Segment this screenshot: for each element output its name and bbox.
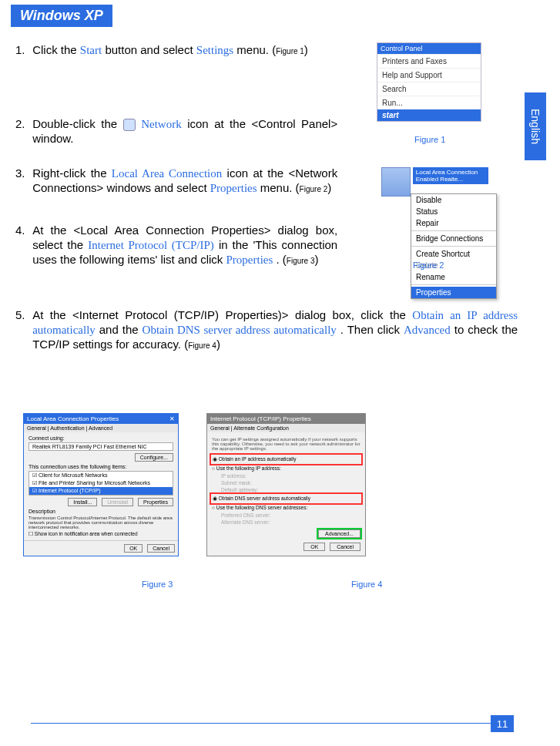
menu-item: Disable	[411, 194, 496, 206]
field: Subnet mask:	[221, 480, 360, 486]
install-button: Install...	[68, 498, 97, 506]
fig1-row: Search	[377, 82, 481, 96]
field: Preferred DNS server:	[221, 512, 360, 518]
step-number: 2.	[15, 117, 29, 132]
label: Description	[29, 509, 173, 514]
text: Right-click the	[32, 166, 112, 180]
fig3-tabs: General | Authentication | Advanced	[24, 424, 178, 432]
lan-icon	[381, 167, 411, 197]
step-2: 2. Double-click the Network icon at the …	[15, 117, 339, 146]
fig1-row: Help and Support	[377, 68, 481, 82]
context-menu: Disable Status Repair Bridge Connections…	[411, 193, 497, 299]
step-number: 4.	[15, 223, 29, 238]
adapter: Realtek RTL8139 Family PCI Fast Ethernet…	[29, 443, 173, 450]
menu-item: Bridge Connections	[411, 233, 496, 244]
menu-item: Status	[411, 206, 496, 217]
description: Transmission Control Protocol/Internet P…	[29, 516, 173, 529]
step-number: 1.	[15, 43, 29, 58]
step-body: At the <Internet Protocol (TCP/IP) Prope…	[32, 308, 518, 351]
language-tab: English	[525, 92, 546, 160]
step-body: At the <Local Area Connection Properties…	[32, 223, 337, 267]
fig3-title: Local Area Connection Properties ✕	[24, 414, 178, 424]
keyword-properties: Properties	[210, 182, 257, 194]
menu-item: Rename	[411, 271, 496, 283]
fig3-titletext: Local Area Connection Properties	[27, 415, 119, 422]
page-number: 11	[491, 715, 514, 732]
list-item: ☑ File and Printer Sharing for Microsoft…	[29, 479, 173, 487]
field: Alternate DNS server:	[221, 519, 360, 525]
text: menu. (	[236, 43, 276, 56]
text: Internet Protocol (TCP/IP)	[39, 488, 101, 493]
keyword-lac: Local Area Connection	[112, 167, 222, 180]
step-4: 4. At the <Local Area Connection Propert…	[15, 223, 339, 267]
text: Use the following DNS server addresses:	[216, 505, 308, 510]
properties-button: Properties	[138, 498, 173, 506]
list-item: ☑ Client for Microsoft Networks	[29, 472, 173, 479]
figure-4: Internet Protocol (TCP/IP) Properties Ge…	[206, 413, 366, 556]
fig1-title: Control Panel	[377, 43, 481, 54]
fig4-tabs: General | Alternate Configuration	[207, 424, 365, 432]
uninstall-button: Uninstall	[102, 498, 133, 506]
figure-1-caption: Figure 1	[414, 135, 445, 144]
keyword-tcpip: Internet Protocol (TCP/IP)	[88, 239, 214, 251]
step-body: Double-click the Network icon at the <Co…	[32, 117, 337, 146]
radio-use-dns: ○ Use the following DNS server addresses…	[212, 505, 360, 510]
configure-button: Configure...	[135, 453, 173, 462]
radio-use-ip: ○ Use the following IP address:	[212, 465, 360, 471]
text: Use the following IP address:	[216, 465, 281, 471]
section-header: Windows XP	[11, 5, 112, 27]
fig1-row: Run...	[377, 96, 481, 109]
keyword-properties: Properties	[226, 254, 273, 266]
text: File and Printer Sharing for Microsoft N…	[39, 480, 150, 486]
figure-4-caption: Figure 4	[351, 580, 382, 589]
label: Connect using:	[29, 435, 173, 441]
keyword-obtain-dns: Obtain DNS server address automatically	[143, 324, 337, 336]
text: Obtain an IP address automatically	[219, 456, 297, 462]
checkbox: ☐ Show icon in notification area when co…	[29, 531, 173, 537]
advanced-button: Advanced...	[318, 529, 360, 538]
field: IP address:	[221, 473, 360, 479]
figure-ref: Figure 4	[188, 341, 216, 350]
fig4-title: Internet Protocol (TCP/IP) Properties	[207, 414, 365, 424]
step-5: 5. At the <Internet Protocol (TCP/IP) Pr…	[15, 308, 524, 351]
note: You can get IP settings assigned automat…	[212, 437, 360, 451]
text: Click the	[32, 43, 80, 56]
ok-button: OK	[303, 543, 325, 551]
text: button and select	[105, 43, 196, 56]
keyword-settings: Settings	[196, 44, 233, 56]
menu-item: Repair	[411, 217, 496, 229]
keyword-advanced: Advanced	[404, 324, 451, 336]
text: )	[216, 338, 220, 351]
list-item-selected: ☑ Internet Protocol (TCP/IP)	[29, 487, 173, 495]
fig1-start: start	[377, 109, 481, 121]
radio-obtain-dns: ◉ Obtain DNS server address automaticall…	[212, 495, 360, 502]
network-icon	[123, 119, 136, 131]
field: Default gateway:	[221, 487, 360, 492]
keyword-network: Network	[141, 118, 182, 130]
step-3: 3. Right-click the Local Area Connection…	[15, 166, 339, 196]
figure-3: Local Area Connection Properties ✕ Gener…	[23, 413, 179, 556]
step-number: 3.	[15, 166, 29, 181]
step-body: Click the Start button and select Settin…	[32, 43, 337, 58]
text: )	[327, 181, 331, 194]
keyword-start: Start	[80, 44, 102, 56]
fig1-row: Printers and Faxes	[377, 54, 481, 68]
text: Obtain DNS server address automatically	[219, 496, 310, 501]
text: Show icon in notification area when conn…	[35, 531, 138, 536]
menu-item-properties: Properties	[411, 287, 496, 298]
text: Client for Microsoft Networks	[39, 472, 107, 478]
text: and the	[99, 323, 143, 336]
text: menu. (	[260, 181, 300, 194]
text: . Then click	[340, 323, 404, 336]
figure-1: Control Panel Printers and Faxes Help an…	[377, 42, 481, 122]
step-number: 5.	[15, 308, 29, 323]
figure-3-caption: Figure 3	[142, 580, 173, 589]
step-1: 1. Click the Start button and select Set…	[15, 43, 339, 58]
figure-ref: Figure 1	[276, 47, 304, 55]
step-body: Right-click the Local Area Connection ic…	[32, 166, 337, 196]
figure-2-caption: Figure 2	[413, 260, 444, 270]
menu-item: Create Shortcut	[411, 248, 496, 260]
close-icon: ✕	[169, 415, 175, 422]
fig2-selection: Local Area Connection Enabled Realte...	[413, 167, 488, 184]
figure-ref: Figure 3	[287, 257, 315, 265]
